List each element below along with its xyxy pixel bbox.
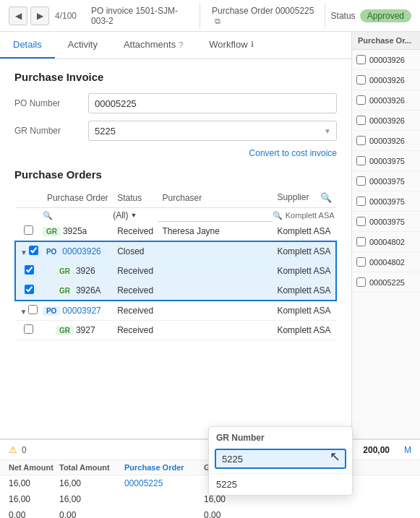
right-panel-item[interactable]: 00003926 xyxy=(352,111,420,131)
row-purchaser xyxy=(158,281,273,301)
table-row[interactable]: GR3926AReceivedKomplett ASA xyxy=(15,281,336,301)
right-panel-checkbox[interactable] xyxy=(356,55,366,64)
th-status: Status xyxy=(113,188,158,208)
row-checkbox[interactable] xyxy=(25,265,34,275)
row-po-number: GR3926A xyxy=(43,281,113,301)
bottom-data-row: 0,00 0,00 0,00 xyxy=(0,507,420,518)
row-status: Received xyxy=(113,262,158,281)
right-panel-checkbox[interactable] xyxy=(356,237,366,246)
right-panel-checkbox[interactable] xyxy=(356,116,366,125)
right-panel-value: 00003975 xyxy=(369,157,405,165)
po-number-input[interactable] xyxy=(88,93,337,113)
right-panel-header: Purchase Or... xyxy=(352,32,420,50)
right-panel-value: 00003926 xyxy=(369,76,405,85)
po-table-wrap: Purchase Order Status Purchaser Supplier… xyxy=(14,188,337,340)
right-panel-checkbox[interactable] xyxy=(356,136,366,145)
right-panel-checkbox[interactable] xyxy=(356,156,366,165)
tab-details[interactable]: Details xyxy=(0,32,55,59)
right-panel-value: 00003975 xyxy=(369,177,405,186)
col-header-po: Purchase Order xyxy=(124,463,204,472)
table-row[interactable]: ▼PO00003926ClosedKomplett ASA xyxy=(15,241,336,262)
right-panel-checkbox[interactable] xyxy=(356,197,366,206)
right-panel-item[interactable]: 00004802 xyxy=(352,252,420,272)
right-panel-item[interactable]: 00003926 xyxy=(352,131,420,151)
right-panel-value: 00003926 xyxy=(369,56,405,64)
expand-icon[interactable]: ▼ xyxy=(20,308,27,316)
main-content: Purchase Invoice PO Number GR Number 522… xyxy=(0,59,351,439)
attachments-badge: ? xyxy=(179,40,183,49)
purchaser-search-input[interactable] xyxy=(158,208,273,222)
right-panel-checkbox[interactable] xyxy=(356,75,366,85)
row-supplier: Komplett ASA xyxy=(273,241,336,262)
next-button[interactable]: ▶ xyxy=(30,7,49,25)
popup-option-5225[interactable]: 5225 xyxy=(209,473,352,495)
right-panel-value: 00004802 xyxy=(369,238,405,246)
filter-po-cell: 🔍 xyxy=(43,208,113,223)
table-row[interactable]: GR3926ReceivedKomplett ASA xyxy=(15,262,336,281)
right-panel-checkbox[interactable] xyxy=(356,257,366,267)
row-checkbox-cell: ▼ xyxy=(15,301,43,321)
row-purchaser xyxy=(158,262,273,281)
gr-number-label: GR Number xyxy=(14,126,80,136)
right-panel-item[interactable]: 00003926 xyxy=(352,90,420,111)
row-purchaser: Theresa Jayne xyxy=(158,222,273,241)
nav-arrows: ◀ ▶ xyxy=(9,7,49,25)
tab-activity[interactable]: Activity xyxy=(55,32,111,59)
right-panel-item[interactable]: 00003975 xyxy=(352,151,420,171)
tab-workflow[interactable]: Workflow ℹ xyxy=(196,32,266,59)
right-panel-value: 00003926 xyxy=(369,137,405,145)
warning-icon: ⚠ xyxy=(9,444,17,455)
right-panel-item[interactable]: 00003926 xyxy=(352,70,420,90)
right-panel-item[interactable]: 00003975 xyxy=(352,212,420,232)
right-panel-checkbox[interactable] xyxy=(356,217,366,226)
convert-link[interactable]: Convert to cost invoice xyxy=(14,148,337,158)
right-panel-item[interactable]: 00003926 xyxy=(352,50,420,70)
workflow-badge: ℹ xyxy=(251,40,254,49)
right-panel-item[interactable]: 00003975 xyxy=(352,191,420,212)
status-section: Status Approved xyxy=(331,9,411,22)
search-icon[interactable]: 🔍 xyxy=(320,192,332,203)
row-number: 00003927 xyxy=(62,306,100,316)
table-row[interactable]: GR3927ReceivedKomplett ASA xyxy=(15,321,336,340)
right-panel-item[interactable]: 00005225 xyxy=(352,272,420,293)
row-checkbox[interactable] xyxy=(24,324,33,334)
popup-input[interactable] xyxy=(215,449,346,469)
breadcrumb-invoice[interactable]: PO invoice 1501-SJM-003-2 xyxy=(85,3,200,29)
gr-number-select[interactable]: 5225 xyxy=(88,121,337,141)
right-panel-item[interactable]: 00003975 xyxy=(352,171,420,191)
tab-attachments[interactable]: Attachments ? xyxy=(111,32,196,59)
col-header-net: Net Amount xyxy=(9,463,59,472)
row-checkbox[interactable] xyxy=(28,305,38,314)
gr-tag: GR xyxy=(56,286,74,295)
po-search-icon: 🔍 xyxy=(43,211,53,220)
status-filter-dropdown[interactable]: (All) ▼ xyxy=(113,210,158,220)
more-button[interactable]: M xyxy=(404,445,411,455)
right-panel-checkbox[interactable] xyxy=(356,277,366,287)
right-panel-item[interactable]: 00004802 xyxy=(352,232,420,252)
breadcrumb-po[interactable]: Purchase Order 00005225 ⧉ xyxy=(206,3,325,29)
row-po-number: GR3927 xyxy=(43,321,113,340)
row-supplier: Komplett ASA xyxy=(273,262,336,281)
row-checkbox[interactable] xyxy=(24,225,33,235)
table-row[interactable]: GR3925aReceivedTheresa JayneKomplett ASA xyxy=(15,222,336,241)
row-number: 3926 xyxy=(76,266,95,276)
row-checkbox[interactable] xyxy=(25,285,34,294)
right-panel-value: 00003926 xyxy=(369,116,405,125)
gr-number-popup: GR Number ↖ 5225 xyxy=(208,426,353,496)
row-purchaser xyxy=(158,241,273,262)
bottom-extra: 16,00 xyxy=(204,494,262,504)
filter-status-cell[interactable]: (All) ▼ xyxy=(113,208,158,223)
expand-icon[interactable]: ▼ xyxy=(20,249,27,256)
prev-button[interactable]: ◀ xyxy=(9,7,27,25)
table-filter-row: 🔍 (All) ▼ 🔍 Komplett ASA xyxy=(15,208,336,223)
table-row[interactable]: ▼PO00003927ReceivedKomplett ASA xyxy=(15,301,336,321)
right-panel-checkbox[interactable] xyxy=(356,95,366,105)
bottom-po xyxy=(124,510,204,518)
external-link-icon[interactable]: ⧉ xyxy=(215,17,220,25)
row-po-number: GR3926 xyxy=(43,262,113,281)
row-status: Received xyxy=(113,222,158,241)
row-checkbox[interactable] xyxy=(29,246,38,255)
bottom-net: 16,00 xyxy=(9,478,59,488)
right-panel-checkbox[interactable] xyxy=(356,176,366,186)
po-number-label: PO Number xyxy=(14,98,80,108)
